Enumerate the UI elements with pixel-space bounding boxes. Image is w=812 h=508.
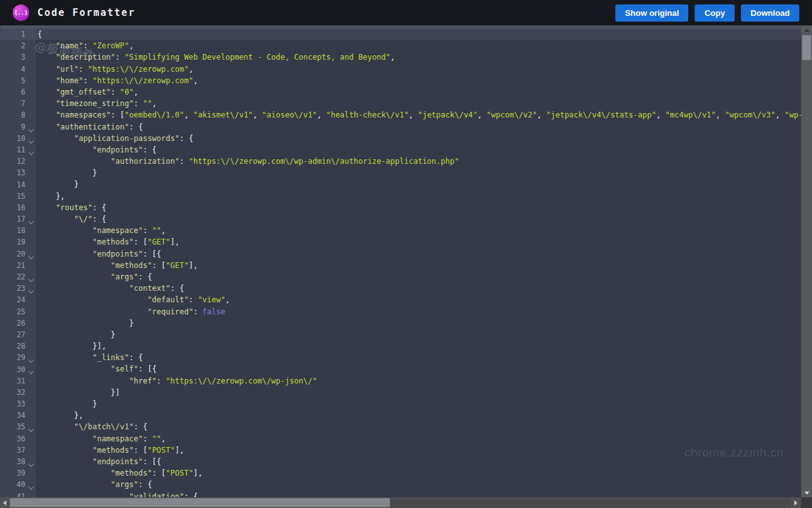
code-line: 41"validation": { — [0, 491, 801, 498]
code-line: 11"endpoints": { — [0, 144, 801, 156]
code-line: 7"timezone_string": "", — [0, 98, 801, 109]
code-line: 12"authorization": "https:\/\/zerowp.com… — [0, 156, 801, 167]
line-gutter: 32 — [0, 387, 36, 398]
line-number: 23 — [0, 284, 25, 293]
code-line: 13} — [0, 167, 801, 178]
line-number: 4 — [0, 65, 25, 74]
line-gutter: 16 — [0, 202, 36, 213]
code-line: 25"required": false — [0, 306, 801, 318]
line-number: 31 — [0, 377, 25, 385]
vertical-scrollbar[interactable] — [801, 25, 812, 497]
line-gutter: 20 — [0, 248, 36, 260]
line-gutter: 26 — [0, 318, 36, 329]
line-gutter: 24 — [0, 294, 36, 305]
code-line: 24"default": "view", — [0, 294, 801, 305]
line-gutter: 27 — [0, 329, 36, 340]
line-gutter: 18 — [0, 225, 36, 236]
code-text: "\/": { — [36, 213, 106, 225]
line-gutter: 23 — [0, 283, 36, 294]
line-number: 36 — [0, 434, 25, 443]
line-number: 38 — [0, 457, 25, 466]
line-number: 1 — [0, 30, 25, 39]
line-number: 35 — [0, 422, 25, 431]
line-gutter: 34 — [0, 410, 36, 421]
code-line: 34}, — [0, 410, 801, 421]
code-text: "endpoints": { — [36, 144, 157, 156]
code-line: 21"methods": ["GET"], — [0, 260, 801, 271]
code-text: }] — [36, 387, 120, 398]
code-line: 39"methods": ["POST"], — [0, 467, 801, 479]
code-text: "application-passwords": { — [36, 133, 193, 144]
scroll-left-button[interactable] — [0, 497, 9, 508]
line-gutter: 19 — [0, 236, 36, 248]
line-gutter: 21 — [0, 260, 36, 271]
line-gutter: 6 — [0, 86, 36, 98]
line-number: 33 — [0, 399, 25, 408]
scroll-up-button[interactable] — [801, 25, 812, 34]
download-button[interactable]: Download — [741, 4, 799, 22]
code-line: 30"self": [{ — [0, 363, 801, 375]
app-title: Code Formatter — [37, 7, 135, 18]
code-line: 33} — [0, 398, 801, 410]
line-gutter: 35 — [0, 421, 36, 432]
line-gutter: 11 — [0, 144, 36, 156]
code-text: "authorization": "https:\/\/zerowp.com\/… — [36, 156, 459, 167]
line-number: 24 — [0, 295, 25, 304]
code-text: }, — [36, 190, 65, 202]
line-gutter: 2 — [0, 40, 36, 51]
line-number: 10 — [0, 134, 25, 143]
code-line: 6"gmt_offset": "0", — [0, 86, 801, 98]
code-line: 17"\/": { — [0, 213, 801, 225]
code-text: "endpoints": [{ — [36, 248, 161, 260]
code-line: 29"_links": { — [0, 352, 801, 363]
line-gutter: 9 — [0, 121, 36, 133]
line-number: 8 — [0, 110, 25, 119]
code-text: "href": "https:\/\/zerowp.com\/wp-json\/… — [36, 375, 317, 387]
code-line: 20"endpoints": [{ — [0, 248, 801, 260]
code-text: }], — [36, 340, 106, 352]
line-number: 32 — [0, 388, 25, 397]
line-number: 13 — [0, 168, 25, 177]
code-text: "default": "view", — [36, 294, 230, 305]
copy-button[interactable]: Copy — [695, 4, 735, 22]
line-gutter: 28 — [0, 340, 36, 352]
show-original-button[interactable]: Show original — [615, 4, 688, 22]
line-number: 19 — [0, 237, 25, 246]
line-number: 39 — [0, 469, 25, 478]
line-number: 5 — [0, 76, 25, 85]
code-line: 18"namespace": "", — [0, 225, 801, 236]
scroll-right-button[interactable] — [791, 497, 800, 508]
code-line: 4"url": "https:\/\/zerowp.com", — [0, 64, 801, 75]
code-text: "namespaces": ["oembed\/1.0", "akismet\/… — [36, 109, 801, 121]
line-gutter: 4 — [0, 64, 36, 75]
code-text: "routes": { — [36, 202, 106, 213]
code-text: "context": { — [36, 283, 184, 294]
horizontal-scrollbar-thumb[interactable] — [10, 498, 390, 507]
scroll-down-button[interactable] — [801, 488, 812, 497]
code-text: }, — [36, 410, 83, 421]
vertical-scrollbar-thumb[interactable] — [802, 35, 811, 60]
line-number: 30 — [0, 365, 25, 374]
code-line: 27} — [0, 329, 801, 340]
line-number: 17 — [0, 215, 25, 224]
code-text: "url": "https:\/\/zerowp.com", — [36, 64, 193, 75]
line-number: 34 — [0, 411, 25, 420]
arrow-right-icon — [794, 500, 797, 505]
line-number: 21 — [0, 261, 25, 270]
line-number: 20 — [0, 250, 25, 258]
line-gutter: 39 — [0, 467, 36, 479]
line-gutter: 10 — [0, 133, 36, 144]
code-line: 31"href": "https:\/\/zerowp.com\/wp-json… — [0, 375, 801, 387]
code-text: "description": "Simplifying Web Developm… — [36, 51, 395, 63]
line-number: 27 — [0, 330, 25, 339]
line-number: 12 — [0, 157, 25, 166]
line-gutter: 5 — [0, 75, 36, 86]
code-line: 19"methods": ["GET"], — [0, 236, 801, 248]
code-line: 10"application-passwords": { — [0, 133, 801, 144]
app-logo-icon: {..} — [13, 4, 29, 21]
horizontal-scrollbar[interactable] — [0, 497, 801, 508]
code-text: } — [36, 329, 115, 340]
line-number: 41 — [0, 492, 25, 497]
line-number: 7 — [0, 99, 25, 108]
line-gutter: 17 — [0, 213, 36, 225]
